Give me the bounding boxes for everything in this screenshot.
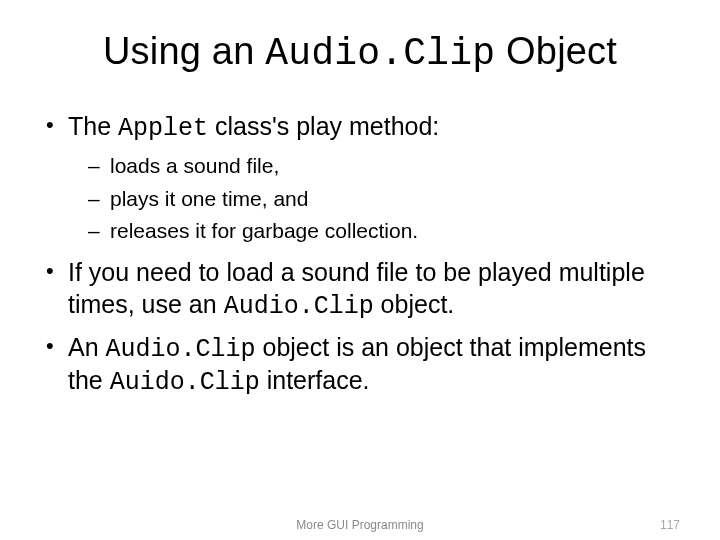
bullet-1-pre: The — [68, 112, 118, 140]
bullet-2-code: Audio.Clip — [224, 292, 374, 321]
sub-bullet-2: plays it one time, and — [86, 185, 680, 213]
bullet-list: The Applet class's play method: loads a … — [42, 111, 680, 398]
bullet-3-pre: An — [68, 333, 106, 361]
bullet-2-post: object. — [374, 290, 455, 318]
sub-bullet-3: releases it for garbage collection. — [86, 217, 680, 245]
page-number: 117 — [660, 518, 680, 532]
title-text-post: Object — [495, 30, 617, 72]
sub-bullet-list: loads a sound file, plays it one time, a… — [86, 152, 680, 245]
bullet-3-code1: Audio.Clip — [106, 335, 256, 364]
bullet-1: The Applet class's play method: loads a … — [42, 111, 680, 245]
bullet-1-code: Applet — [118, 114, 208, 143]
title-code: Audio.Clip — [265, 32, 495, 75]
bullet-3: An Audio.Clip object is an object that i… — [42, 332, 680, 399]
title-text-pre: Using an — [103, 30, 265, 72]
slide-title: Using an Audio.Clip Object — [40, 30, 680, 75]
sub-bullet-1: loads a sound file, — [86, 152, 680, 180]
bullet-2: If you need to load a sound file to be p… — [42, 257, 680, 322]
footer-text: More GUI Programming — [296, 518, 423, 532]
bullet-3-post: interface. — [260, 366, 370, 394]
bullet-1-post: class's play method: — [208, 112, 439, 140]
slide: Using an Audio.Clip Object The Applet cl… — [0, 0, 720, 540]
bullet-3-code2: Auido.Clip — [110, 368, 260, 397]
